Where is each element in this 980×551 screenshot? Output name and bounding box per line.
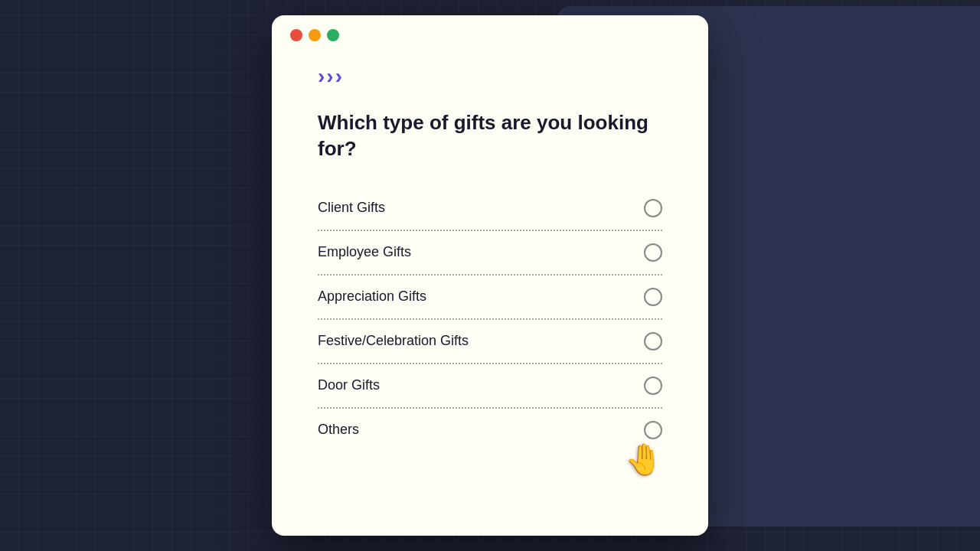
radio-employee-gifts[interactable] [644, 243, 662, 262]
radio-appreciation-gifts[interactable] [644, 288, 662, 306]
option-item-employee-gifts[interactable]: Employee Gifts [318, 231, 662, 276]
option-item-door-gifts[interactable]: Door Gifts [318, 364, 662, 409]
logo: › › › [318, 66, 662, 87]
radio-others[interactable] [644, 421, 662, 439]
chevron-icon-2: › [326, 66, 333, 87]
maximize-button[interactable] [327, 29, 339, 41]
option-label-employee-gifts: Employee Gifts [318, 244, 411, 260]
chevron-icon-3: › [335, 66, 342, 87]
radio-door-gifts[interactable] [644, 377, 662, 395]
question-title: Which type of gifts are you looking for? [318, 110, 662, 162]
app-window: › › › Which type of gifts are you lookin… [272, 15, 708, 536]
radio-client-gifts[interactable] [644, 199, 662, 217]
option-label-others: Others [318, 422, 359, 438]
close-button[interactable] [290, 29, 302, 41]
chevron-icon-1: › [318, 66, 325, 87]
radio-festive-gifts[interactable] [644, 332, 662, 350]
option-item-appreciation-gifts[interactable]: Appreciation Gifts [318, 276, 662, 320]
option-item-festive-gifts[interactable]: Festive/Celebration Gifts [318, 320, 662, 364]
logo-chevrons: › › › [318, 66, 662, 87]
window-chrome [272, 15, 708, 51]
main-content: › › › Which type of gifts are you lookin… [272, 51, 708, 474]
minimize-button[interactable] [309, 29, 321, 41]
option-label-festive-gifts: Festive/Celebration Gifts [318, 333, 469, 349]
option-label-appreciation-gifts: Appreciation Gifts [318, 289, 426, 305]
option-label-client-gifts: Client Gifts [318, 200, 385, 216]
option-item-client-gifts[interactable]: Client Gifts [318, 187, 662, 231]
option-item-others[interactable]: Others [318, 409, 662, 452]
option-label-door-gifts: Door Gifts [318, 377, 380, 393]
options-list: Client GiftsEmployee GiftsAppreciation G… [318, 187, 662, 452]
